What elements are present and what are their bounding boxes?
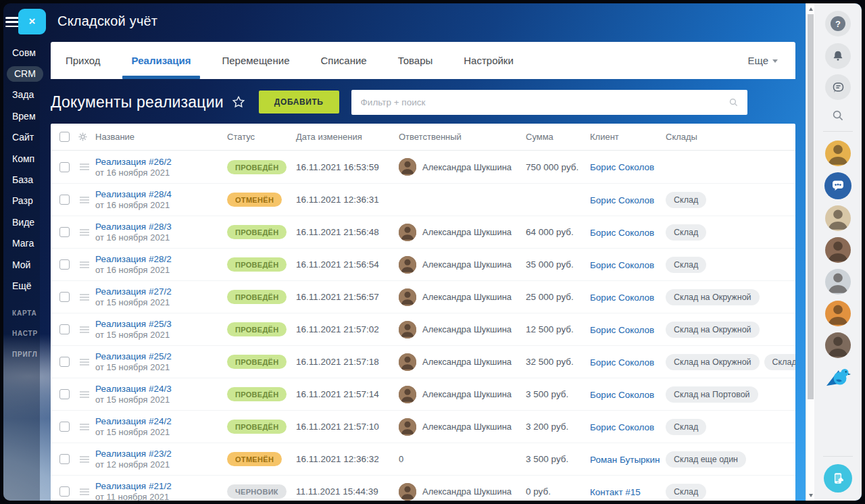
tab[interactable]: Приход (66, 42, 101, 79)
document-link[interactable]: Реализация #21/2 (95, 481, 172, 491)
row-checkbox[interactable] (59, 195, 70, 205)
user-avatar[interactable] (825, 141, 851, 166)
column-header-warehouses[interactable]: Склады (666, 132, 795, 142)
search-icon[interactable] (728, 97, 739, 108)
sidebar-menu-item[interactable]: База База (12, 169, 51, 190)
row-drag-handle-icon[interactable] (79, 196, 95, 204)
row-drag-handle-icon[interactable] (79, 358, 95, 366)
client-link[interactable]: Борис Соколов (590, 260, 654, 270)
scrollbar-thumb[interactable] (808, 14, 814, 399)
column-header-sum[interactable]: Сумма (526, 132, 590, 142)
document-link[interactable]: Реализация #24/3 (95, 384, 172, 394)
sidebar-menu-item[interactable]: Совм Совм (12, 42, 51, 63)
menu-burger-icon[interactable] (5, 17, 20, 27)
client-link[interactable]: Борис Соколов (590, 357, 654, 368)
row-drag-handle-icon[interactable] (79, 326, 95, 334)
favorite-star-icon[interactable] (231, 95, 246, 109)
user-avatar[interactable] (825, 301, 851, 326)
sidebar-menu-item[interactable]: CRM (12, 63, 51, 84)
document-link[interactable]: Реализация #24/2 (95, 416, 172, 426)
tab-more[interactable]: Еще (747, 55, 778, 66)
tab[interactable]: Товары (398, 42, 433, 79)
user-avatar[interactable] (825, 332, 851, 358)
row-drag-handle-icon[interactable] (79, 488, 95, 496)
document-link[interactable]: Реализация #28/3 (95, 222, 172, 232)
user-avatar[interactable] (825, 269, 851, 295)
messenger-button[interactable] (825, 74, 851, 100)
tab[interactable]: Списание (320, 42, 366, 79)
column-header-client[interactable]: Клиент (590, 132, 666, 142)
user-avatar[interactable] (825, 205, 851, 231)
mobile-app-button[interactable] (824, 464, 852, 493)
user-avatar[interactable] (825, 237, 851, 263)
client-link[interactable]: Борис Соколов (590, 390, 654, 400)
row-checkbox[interactable] (59, 162, 70, 172)
search-input[interactable] (361, 97, 728, 107)
warehouse-chip: Склад на Окружной (666, 322, 760, 338)
mobile-app-icon (831, 471, 845, 486)
sidebar-menu-item[interactable]: Сайт Сайт (12, 127, 51, 148)
tab[interactable]: Реализация (132, 42, 191, 79)
client-link[interactable]: Борис Соколов (590, 293, 654, 303)
client-link[interactable]: Борис Соколов (590, 422, 654, 432)
grid-settings-gear-icon[interactable] (78, 132, 88, 142)
row-drag-handle-icon[interactable] (79, 390, 95, 399)
client-link[interactable]: Борис Соколов (590, 325, 654, 335)
document-link[interactable]: Реализация #27/2 (95, 286, 172, 297)
filter-searchbox[interactable] (351, 90, 747, 115)
client-link[interactable]: Борис Соколов (590, 195, 654, 205)
row-drag-handle-icon[interactable] (79, 261, 95, 269)
row-drag-handle-icon[interactable] (79, 228, 95, 236)
row-drag-handle-icon[interactable] (79, 163, 95, 171)
document-link[interactable]: Реализация #28/4 (95, 189, 172, 199)
sidebar-menu-item[interactable]: Виде Виде (12, 211, 51, 232)
tab[interactable]: Настройки (464, 42, 514, 79)
row-checkbox[interactable] (59, 454, 70, 464)
column-header-modified[interactable]: Дата изменения (296, 132, 399, 142)
client-link[interactable]: Борис Соколов (590, 162, 654, 172)
notifications-button[interactable] (825, 43, 851, 69)
document-link[interactable]: Реализация #23/2 (95, 449, 172, 459)
bird-mascot-icon[interactable] (824, 364, 852, 391)
page-scrollbar[interactable] (806, 3, 814, 501)
column-header-name[interactable]: Название (95, 132, 227, 142)
column-header-status[interactable]: Статус (227, 132, 296, 142)
client-link[interactable]: Контакт #15 (590, 487, 641, 497)
row-checkbox[interactable] (59, 259, 70, 270)
document-link[interactable]: Реализация #25/2 (95, 351, 172, 361)
row-drag-handle-icon[interactable] (79, 293, 95, 301)
client-link[interactable]: Роман Бутыркин (590, 455, 660, 465)
client-link[interactable]: Борис Соколов (590, 228, 654, 238)
row-checkbox[interactable] (59, 292, 70, 302)
row-drag-handle-icon[interactable] (79, 423, 95, 431)
row-drag-handle-icon[interactable] (79, 455, 95, 463)
select-all-checkbox[interactable] (59, 132, 70, 142)
row-checkbox[interactable] (59, 486, 70, 497)
sidebar-menu-item[interactable]: Разр Разр (12, 191, 51, 211)
row-checkbox[interactable] (59, 357, 70, 367)
sidebar-utility-item[interactable]: ПРИГЛ (12, 344, 51, 365)
rail-search-button[interactable] (825, 105, 851, 126)
logo-close-button[interactable]: × (18, 9, 46, 34)
row-checkbox[interactable] (59, 227, 70, 237)
add-button[interactable]: ДОБАВИТЬ (259, 91, 339, 114)
column-header-responsible[interactable]: Ответственный (399, 132, 526, 142)
sidebar-utility-item[interactable]: КАРТА (12, 303, 51, 324)
document-link[interactable]: Реализация #25/3 (95, 319, 172, 329)
sidebar-menu-item[interactable]: Зада Зада (12, 84, 51, 105)
row-checkbox[interactable] (59, 422, 70, 432)
row-checkbox[interactable] (59, 324, 70, 334)
document-link[interactable]: Реализация #28/2 (95, 254, 172, 264)
sidebar-menu-item[interactable]: Ещё Ещё (12, 275, 51, 296)
sidebar-menu-item[interactable]: Мага Мага (12, 233, 51, 254)
help-button[interactable]: ? (825, 11, 851, 36)
sidebar-menu-item[interactable]: Врем Врем (12, 105, 51, 126)
group-chat-icon[interactable] (824, 172, 851, 199)
row-checkbox[interactable] (59, 389, 70, 399)
tab[interactable]: Перемещение (222, 42, 289, 79)
sidebar-menu-item[interactable]: Мой Мой (12, 254, 51, 275)
document-link[interactable]: Реализация #26/2 (95, 157, 172, 167)
rail-user (824, 172, 851, 199)
sidebar-menu-item[interactable]: Комп Комп (12, 148, 51, 169)
sidebar-utility-item[interactable]: НАСТР (12, 324, 51, 345)
